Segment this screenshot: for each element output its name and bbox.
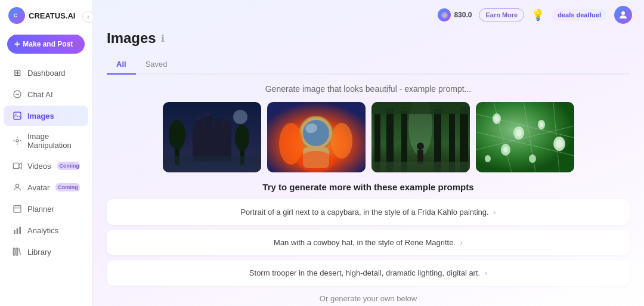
credits-value: 830.0 xyxy=(454,11,472,19)
svg-point-21 xyxy=(233,110,247,124)
svg-rect-29 xyxy=(205,113,206,116)
svg-text:C: C xyxy=(14,13,17,18)
svg-point-66 xyxy=(516,129,522,137)
prompt-arrow-1: › xyxy=(493,208,496,217)
sidebar-item-library[interactable]: Library xyxy=(4,242,88,262)
deals-button[interactable]: deals dealfuel xyxy=(552,9,607,21)
sidebar-item-chat-ai[interactable]: Chat AI xyxy=(4,84,88,104)
svg-rect-28 xyxy=(199,117,200,120)
svg-point-73 xyxy=(529,154,536,163)
svg-point-8 xyxy=(16,140,18,142)
svg-point-42 xyxy=(331,123,352,159)
svg-rect-9 xyxy=(13,163,18,168)
image-manipulation-icon xyxy=(12,135,23,146)
svg-rect-30 xyxy=(208,113,209,116)
logo: C CREATUS.AI xyxy=(0,7,92,31)
svg-point-4 xyxy=(17,94,18,95)
analytics-icon xyxy=(12,225,23,236)
videos-badge: ComingSoon xyxy=(57,162,80,170)
chat-ai-icon xyxy=(12,89,23,100)
videos-icon xyxy=(12,160,23,171)
example-image-2[interactable] xyxy=(267,102,366,172)
page-title: Images xyxy=(107,30,156,47)
svg-text:⚡: ⚡ xyxy=(442,13,448,18)
svg-rect-16 xyxy=(16,248,18,255)
svg-rect-15 xyxy=(13,248,15,255)
tab-all[interactable]: All xyxy=(107,55,136,75)
page-title-row: Images ℹ xyxy=(107,30,630,47)
prompt-arrow-3: › xyxy=(485,268,487,277)
library-icon xyxy=(12,246,23,257)
sidebar: C CREATUS.AI + Make and Post ⊞ Dashboard… xyxy=(0,0,92,306)
sidebar-item-images[interactable]: Images xyxy=(4,106,88,126)
make-and-post-button[interactable]: + Make and Post xyxy=(7,35,85,54)
user-avatar[interactable] xyxy=(614,6,632,24)
avatar-icon xyxy=(12,182,23,193)
svg-point-64 xyxy=(494,116,499,122)
svg-point-74 xyxy=(485,155,491,162)
svg-rect-11 xyxy=(14,206,21,212)
svg-point-32 xyxy=(169,120,185,150)
svg-point-34 xyxy=(235,125,249,151)
svg-point-5 xyxy=(18,94,19,95)
svg-rect-23 xyxy=(196,119,203,131)
prompt-suggestion-2[interactable]: Man with a cowboy hat, in the style of R… xyxy=(107,230,630,255)
topbar: ⚡ 830.0 Earn More 💡 deals dealfuel xyxy=(92,0,644,30)
avatar-badge: ComingSoon xyxy=(55,183,80,191)
svg-point-3 xyxy=(16,94,17,95)
prompt-arrow-2: › xyxy=(460,238,463,247)
prompt-suggestion-1[interactable]: Portrait of a girl next to a capybara, i… xyxy=(107,199,630,225)
sidebar-collapse-button[interactable]: ‹ xyxy=(82,11,94,23)
info-icon[interactable]: ℹ xyxy=(161,33,165,44)
planner-icon xyxy=(12,203,23,214)
svg-point-68 xyxy=(540,122,543,127)
prompt-suggestion-3[interactable]: Storm trooper in the desert, high-detail… xyxy=(107,260,630,286)
logo-text: CREATUS.AI xyxy=(29,11,75,20)
svg-rect-55 xyxy=(371,162,470,172)
sidebar-item-dashboard[interactable]: ⊞ Dashboard xyxy=(4,63,88,83)
credits-display: ⚡ 830.0 xyxy=(438,8,472,21)
svg-rect-13 xyxy=(17,228,18,234)
example-image-3[interactable] xyxy=(371,102,470,172)
tabs: All Saved xyxy=(107,55,630,75)
svg-point-43 xyxy=(298,151,334,172)
sidebar-item-analytics[interactable]: Analytics xyxy=(4,220,88,240)
svg-point-53 xyxy=(417,143,424,150)
dashboard-icon: ⊞ xyxy=(12,67,23,78)
svg-point-10 xyxy=(16,184,18,187)
tab-saved[interactable]: Saved xyxy=(136,55,177,75)
logo-icon: C xyxy=(8,7,25,24)
main-content: ⚡ 830.0 Earn More 💡 deals dealfuel Image… xyxy=(92,0,644,306)
svg-point-70 xyxy=(503,147,508,153)
example-prompt-text: Generate image that looks beautiful - ex… xyxy=(107,84,630,94)
or-generate-text: Or generate your own below xyxy=(107,294,630,303)
sidebar-item-videos[interactable]: Videos ComingSoon xyxy=(4,156,88,176)
svg-rect-14 xyxy=(19,227,21,234)
try-prompts-title: Try to generate more with these example … xyxy=(107,182,630,192)
sidebar-item-planner[interactable]: Planner xyxy=(4,199,88,219)
svg-point-38 xyxy=(303,120,329,146)
earn-more-button[interactable]: Earn More xyxy=(479,8,524,21)
bulb-icon[interactable]: 💡 xyxy=(531,8,544,21)
example-images xyxy=(107,102,630,172)
svg-point-72 xyxy=(556,140,563,148)
svg-point-7 xyxy=(16,114,17,115)
credits-icon: ⚡ xyxy=(438,8,451,21)
plus-icon: + xyxy=(14,39,20,49)
svg-rect-35 xyxy=(163,156,261,172)
page-content: Images ℹ All Saved Generate image that l… xyxy=(92,30,644,306)
images-icon xyxy=(12,110,23,121)
svg-rect-54 xyxy=(371,102,470,114)
svg-rect-12 xyxy=(14,230,16,234)
example-image-1[interactable] xyxy=(163,102,261,172)
sidebar-item-image-manipulation[interactable]: Image Manipulation xyxy=(4,127,88,154)
svg-rect-26 xyxy=(224,121,230,132)
svg-rect-24 xyxy=(205,115,213,130)
svg-rect-25 xyxy=(215,119,222,131)
example-image-4[interactable] xyxy=(476,102,574,172)
svg-rect-6 xyxy=(14,112,21,119)
sidebar-item-avatar[interactable]: Avatar ComingSoon xyxy=(4,177,88,197)
svg-point-19 xyxy=(621,11,625,15)
svg-rect-27 xyxy=(196,117,197,120)
